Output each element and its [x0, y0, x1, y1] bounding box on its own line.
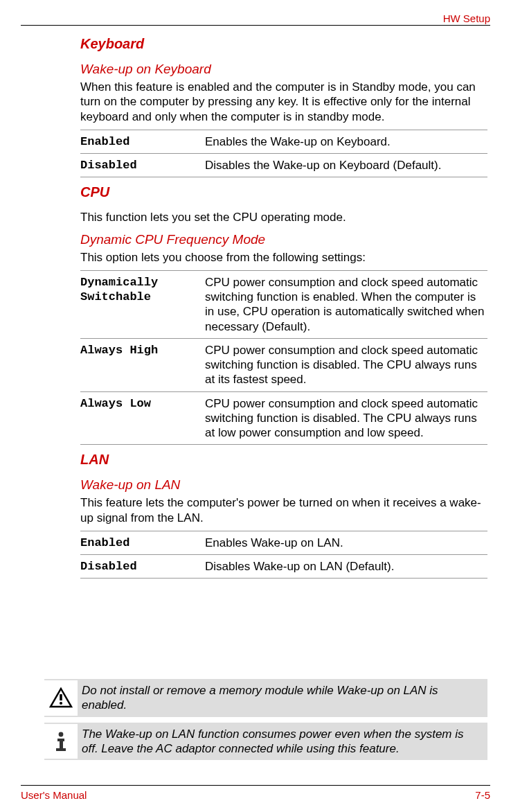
- svg-rect-1: [60, 694, 62, 700]
- option-label: Enabled: [80, 531, 205, 554]
- warning-note: Do not install or remove a memory module…: [44, 679, 487, 717]
- option-label: Dynamically Switchable: [80, 270, 205, 338]
- wakeup-lan-desc: This feature lets the computer's power b…: [80, 495, 487, 525]
- option-desc: Enables the Wake-up on Keyboard.: [205, 130, 487, 153]
- info-note: The Wake-up on LAN function consumes pow…: [44, 723, 487, 761]
- option-label: Always Low: [80, 391, 205, 445]
- wakeup-keyboard-table: Enabled Enables the Wake-up on Keyboard.…: [80, 130, 487, 178]
- info-text: The Wake-up on LAN function consumes pow…: [78, 724, 483, 759]
- option-desc: Disables Wake-up on LAN (Default).: [205, 555, 487, 579]
- header-section: HW Setup: [443, 12, 490, 24]
- table-row: Enabled Enables the Wake-up on Keyboard.: [80, 130, 487, 153]
- cpu-freq-subheading: Dynamic CPU Frequency Mode: [80, 232, 487, 247]
- info-icon: [44, 724, 78, 759]
- option-desc: CPU power consumption and clock speed au…: [205, 338, 487, 391]
- option-desc: Enables Wake-up on LAN.: [205, 531, 487, 554]
- footer-rule: [21, 785, 490, 786]
- keyboard-heading: Keyboard: [80, 36, 487, 52]
- option-label: Enabled: [80, 130, 205, 153]
- wakeup-lan-table: Enabled Enables Wake-up on LAN. Disabled…: [80, 531, 487, 579]
- option-label: Disabled: [80, 555, 205, 579]
- table-row: Dynamically Switchable CPU power consump…: [80, 270, 487, 338]
- wakeup-keyboard-subheading: Wake-up on Keyboard: [80, 62, 487, 77]
- table-row: Enabled Enables Wake-up on LAN.: [80, 531, 487, 554]
- svg-rect-5: [60, 739, 63, 748]
- option-desc: CPU power consumption and clock speed au…: [205, 391, 487, 445]
- option-label: Disabled: [80, 154, 205, 177]
- table-row: Always Low CPU power consumption and clo…: [80, 391, 487, 445]
- svg-rect-6: [56, 748, 66, 751]
- svg-point-2: [60, 702, 62, 705]
- wakeup-keyboard-desc: When this feature is enabled and the com…: [80, 80, 487, 124]
- option-label: Always High: [80, 338, 205, 391]
- cpu-heading: CPU: [80, 184, 487, 200]
- warning-text: Do not install or remove a memory module…: [78, 680, 483, 716]
- option-desc: CPU power consumption and clock speed au…: [205, 270, 487, 338]
- table-row: Always High CPU power consumption and cl…: [80, 338, 487, 391]
- option-desc: Disables the Wake-up on Keyboard (Defaul…: [205, 154, 487, 177]
- footer-page-number: 7-5: [475, 789, 490, 801]
- lan-heading: LAN: [80, 452, 487, 468]
- header-rule: [21, 25, 490, 26]
- table-row: Disabled Disables the Wake-up on Keyboar…: [80, 154, 487, 177]
- page-content: Keyboard Wake-up on Keyboard When this f…: [80, 36, 487, 585]
- table-row: Disabled Disables Wake-up on LAN (Defaul…: [80, 555, 487, 579]
- svg-point-3: [59, 732, 64, 736]
- footer-manual: User's Manual: [21, 789, 87, 801]
- cpu-desc: This function lets you set the CPU opera…: [80, 210, 487, 224]
- cpu-freq-table: Dynamically Switchable CPU power consump…: [80, 270, 487, 445]
- wakeup-lan-subheading: Wake-up on LAN: [80, 477, 487, 493]
- warning-icon: [44, 680, 78, 716]
- cpu-freq-desc: This option lets you choose from the fol…: [80, 250, 487, 265]
